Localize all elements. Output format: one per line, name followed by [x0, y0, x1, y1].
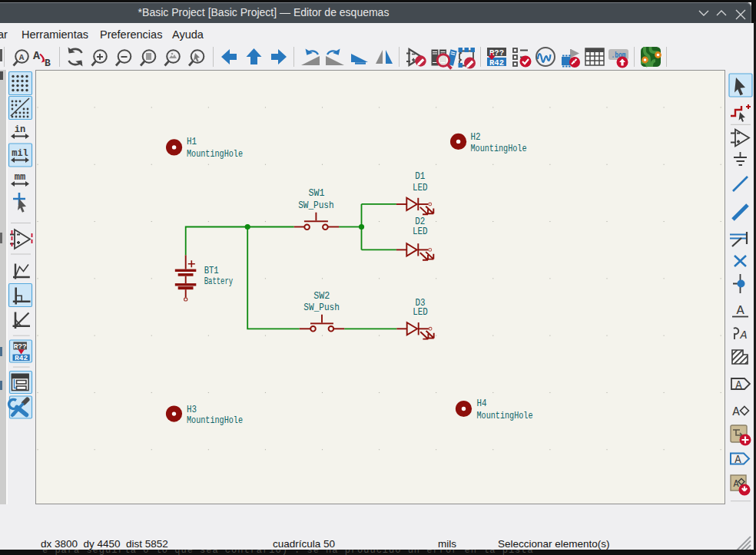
svg-text:SW_Push: SW_Push [303, 302, 340, 313]
svg-text:H4: H4 [477, 398, 487, 409]
svg-text:in: in [15, 124, 25, 135]
svg-text:SW1: SW1 [308, 188, 324, 199]
svg-text:H2: H2 [471, 132, 481, 143]
svg-text:A: A [739, 329, 747, 342]
svg-text:A: A [733, 479, 739, 490]
svg-text:D1: D1 [415, 171, 425, 182]
svg-text:MountingHole: MountingHole [187, 415, 243, 426]
svg-text:mil: mil [12, 148, 28, 159]
svg-text:mm: mm [15, 172, 25, 183]
svg-text:MountingHole: MountingHole [187, 149, 243, 160]
svg-text:MountingHole: MountingHole [477, 411, 533, 421]
svg-text:A: A [19, 53, 25, 62]
svg-text:LED: LED [413, 226, 428, 237]
svg-text:A: A [734, 454, 741, 466]
svg-text:H1: H1 [187, 137, 197, 147]
svg-text:SW2: SW2 [313, 291, 330, 302]
svg-text:SW_Push: SW_Push [298, 200, 334, 211]
svg-text:BT1: BT1 [204, 266, 219, 276]
svg-text:A: A [33, 50, 40, 63]
svg-text:A: A [736, 303, 744, 318]
svg-text:B: B [45, 58, 51, 69]
svg-text:R42: R42 [15, 354, 28, 362]
svg-text:H3: H3 [187, 405, 197, 415]
svg-text:A: A [735, 379, 742, 391]
svg-text:MountingHole: MountingHole [471, 144, 527, 154]
svg-text:Battery: Battery [204, 276, 234, 287]
svg-text:LED: LED [413, 307, 428, 318]
svg-text:LED: LED [413, 183, 428, 193]
svg-text:D2: D2 [415, 216, 425, 227]
svg-text:A: A [732, 405, 740, 419]
